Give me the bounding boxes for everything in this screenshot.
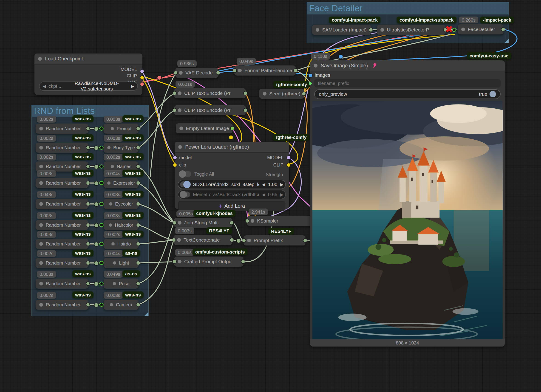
node-random-number[interactable]: Random Number bbox=[36, 220, 88, 230]
link-dot[interactable] bbox=[94, 242, 99, 247]
collapse-dot-icon[interactable] bbox=[39, 127, 43, 130]
link-dot[interactable] bbox=[94, 282, 99, 286]
arrow-left-icon[interactable]: ◀ bbox=[262, 192, 265, 197]
node-prompt-prefix[interactable]: Prompt Prefix bbox=[244, 235, 306, 246]
input-port[interactable] bbox=[245, 219, 250, 223]
collapse-dot-icon[interactable] bbox=[178, 221, 182, 225]
node-graph-canvas[interactable]: Face Detailer RND from Lists bbox=[0, 0, 541, 392]
link-dot[interactable] bbox=[94, 165, 99, 169]
arrow-left-icon[interactable]: ◀ bbox=[262, 182, 265, 187]
link-dot[interactable] bbox=[94, 181, 99, 186]
lora-row-1[interactable]: MeineLoras\ButtCrack (vrtlbttcrck) SD… ◀… bbox=[178, 190, 286, 199]
lora-toggle[interactable] bbox=[180, 191, 190, 197]
collapse-dot-icon[interactable] bbox=[247, 239, 251, 242]
node-clip-text-encode-1[interactable]: CLIP Text Encode (Pr bbox=[174, 88, 246, 98]
output-port[interactable] bbox=[230, 126, 234, 131]
output-port[interactable] bbox=[136, 282, 140, 286]
output-port[interactable] bbox=[136, 261, 140, 265]
ckpt-combo-widget[interactable]: ◀ ckpt ... Rawdiance-NoDMD-V2.safetensor… bbox=[39, 82, 138, 91]
collapse-dot-icon[interactable] bbox=[107, 181, 110, 185]
output-port[interactable] bbox=[136, 303, 140, 307]
input-port[interactable] bbox=[172, 259, 177, 264]
node-rnd-category[interactable]: Haircolor bbox=[104, 220, 139, 230]
collapse-dot-icon[interactable] bbox=[178, 91, 182, 95]
input-port-ring[interactable] bbox=[99, 165, 104, 169]
collapse-dot-icon[interactable] bbox=[39, 242, 43, 246]
clip-input-port[interactable] bbox=[173, 163, 177, 167]
output-port[interactable] bbox=[303, 238, 307, 243]
collapse-dot-icon[interactable] bbox=[39, 181, 43, 185]
lora-strength-value[interactable]: 0.65 bbox=[268, 192, 277, 197]
filename-prefix-input-port[interactable] bbox=[308, 82, 312, 85]
collapse-dot-icon[interactable] bbox=[178, 108, 182, 112]
node-rnd-category[interactable]: Body Type bbox=[104, 143, 139, 153]
input-port-ring[interactable] bbox=[99, 242, 104, 246]
input-port[interactable] bbox=[172, 221, 177, 225]
input-port-ring[interactable] bbox=[99, 181, 104, 185]
collapse-dot-icon[interactable] bbox=[179, 71, 183, 75]
output-port[interactable] bbox=[229, 221, 234, 225]
link-dot[interactable] bbox=[157, 75, 162, 80]
clip-output-port[interactable] bbox=[286, 163, 291, 167]
collapse-dot-icon[interactable] bbox=[178, 145, 182, 149]
only-preview-toggle[interactable] bbox=[489, 91, 496, 97]
input-port[interactable] bbox=[172, 108, 177, 113]
node-random-number[interactable]: Random Number bbox=[36, 143, 88, 153]
node-random-number[interactable]: Random Number bbox=[36, 199, 88, 209]
input-port[interactable] bbox=[172, 238, 176, 242]
node-clip-text-encode-2[interactable]: CLIP Text Encode (Pr bbox=[174, 105, 246, 115]
link-dot[interactable] bbox=[94, 202, 99, 207]
model-output-port[interactable] bbox=[140, 69, 144, 73]
collapse-dot-icon[interactable] bbox=[39, 202, 43, 206]
input-port-ring[interactable] bbox=[99, 223, 104, 227]
node-empty-latent[interactable]: Empty Latent Image bbox=[176, 123, 233, 134]
input-port-ring[interactable] bbox=[99, 202, 104, 206]
collapse-dot-icon[interactable] bbox=[39, 261, 43, 265]
collapse-dot-icon[interactable] bbox=[177, 238, 181, 242]
node-random-number[interactable]: Random Number bbox=[36, 124, 88, 134]
output-port[interactable] bbox=[369, 28, 373, 32]
node-vae-decode[interactable]: VAE Decode bbox=[175, 68, 218, 78]
collapse-dot-icon[interactable] bbox=[109, 202, 112, 206]
node-rnd-category[interactable]: Camera bbox=[104, 300, 139, 310]
node-join-string-multi[interactable]: Join String Multi bbox=[174, 218, 232, 228]
input-port-ring[interactable] bbox=[99, 282, 104, 286]
lora-row-0[interactable]: SDXLLora\dmd2_sdxl_4step_lora.safe… ◀ 1.… bbox=[178, 180, 286, 189]
output-port[interactable] bbox=[302, 92, 306, 96]
output-port[interactable] bbox=[230, 238, 234, 242]
input-port[interactable] bbox=[172, 91, 177, 96]
node-random-number[interactable]: Random Number bbox=[36, 300, 88, 310]
toggle-all-switch[interactable] bbox=[179, 171, 191, 177]
node-ksampler[interactable]: KSampler bbox=[247, 216, 314, 226]
node-rnd-category[interactable]: Eyecolor bbox=[104, 199, 139, 209]
output-port[interactable] bbox=[136, 242, 140, 246]
collapse-dot-icon[interactable] bbox=[111, 165, 114, 168]
node-random-number[interactable]: Random Number bbox=[36, 279, 88, 289]
node-save-image-simple[interactable]: Save Image (Simple) images filename_pref… bbox=[310, 60, 505, 346]
output-port[interactable] bbox=[501, 27, 505, 32]
arrow-left-icon[interactable]: ◀ bbox=[43, 84, 46, 89]
output-port[interactable] bbox=[136, 223, 140, 227]
node-rnd-category[interactable]: Light bbox=[104, 258, 139, 268]
only-preview-widget[interactable]: only_preview true bbox=[314, 89, 501, 99]
link-dot[interactable] bbox=[94, 303, 99, 308]
input-port[interactable] bbox=[233, 68, 237, 73]
link-dot[interactable] bbox=[94, 127, 99, 131]
collapse-dot-icon[interactable] bbox=[39, 223, 43, 227]
arrow-right-icon[interactable]: ▶ bbox=[280, 182, 283, 187]
collapse-dot-icon[interactable] bbox=[316, 28, 319, 32]
filename-prefix-field[interactable]: filename_prefix bbox=[314, 79, 501, 88]
images-input-port[interactable] bbox=[308, 73, 313, 78]
input-port-ring[interactable] bbox=[99, 303, 104, 307]
collapse-dot-icon[interactable] bbox=[110, 303, 113, 306]
arrow-right-icon[interactable]: ▶ bbox=[280, 192, 283, 197]
link-dot[interactable] bbox=[94, 223, 99, 228]
input-port[interactable] bbox=[173, 71, 178, 75]
node-random-number[interactable]: Random Number bbox=[36, 258, 88, 268]
vae-output-port[interactable] bbox=[140, 82, 144, 86]
output-port[interactable] bbox=[216, 71, 220, 75]
model-output-port[interactable] bbox=[286, 155, 291, 160]
collapse-dot-icon[interactable] bbox=[178, 260, 182, 263]
input-port-ring[interactable] bbox=[99, 146, 104, 150]
collapse-dot-icon[interactable] bbox=[39, 146, 43, 150]
